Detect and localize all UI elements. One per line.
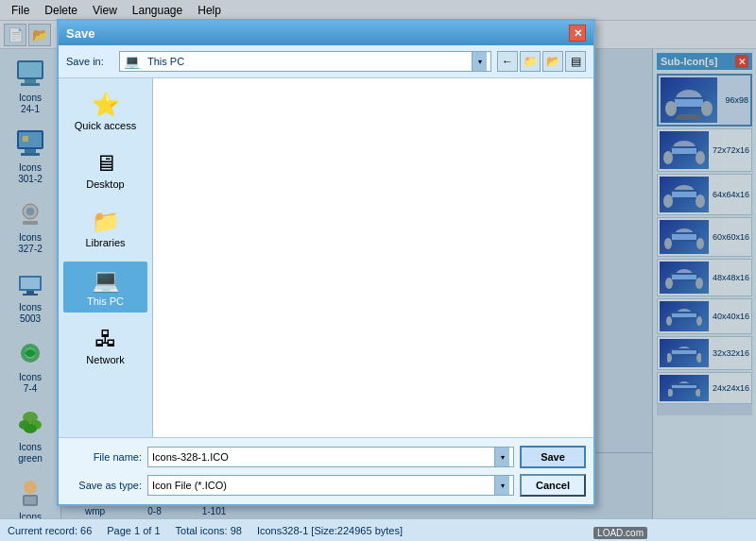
- dialog-overlay: Save ✕ Save in: 💻 This PC ▾ ← 📁 📂 ▤: [0, 0, 756, 541]
- filetype-arrow[interactable]: ▾: [494, 476, 509, 495]
- watermark: LOAD.com: [593, 527, 647, 539]
- nav-network-label: Network: [86, 354, 124, 365]
- this-pc-icon: 💻: [92, 267, 120, 294]
- save-button[interactable]: Save: [520, 446, 586, 468]
- dialog-body: ⭐ Quick access 🖥 Desktop 📁 Libraries 💻 T…: [59, 78, 593, 437]
- filename-arrow[interactable]: ▾: [494, 448, 509, 466]
- savein-location: This PC: [147, 56, 468, 67]
- savein-toolbar-btns: ← 📁 📂 ▤: [497, 51, 586, 72]
- dialog-content: [153, 78, 593, 437]
- savein-bar: Save in: 💻 This PC ▾ ← 📁 📂 ▤: [59, 45, 593, 78]
- nav-libraries[interactable]: 📁 Libraries: [63, 203, 147, 254]
- filetype-label: Save as type:: [66, 480, 142, 491]
- dialog-title: Save: [66, 26, 94, 41]
- current-record: Current record: 66: [8, 525, 92, 536]
- save-dialog: Save ✕ Save in: 💻 This PC ▾ ← 📁 📂 ▤: [57, 19, 595, 506]
- filename-row: File name: Icons-328-1.ICO ▾ Save: [66, 446, 586, 468]
- filetype-value: Icon File (*.ICO): [152, 480, 227, 491]
- dialog-titlebar: Save ✕: [59, 21, 593, 45]
- new-folder-button[interactable]: 📂: [542, 51, 563, 72]
- cancel-button[interactable]: Cancel: [520, 474, 586, 497]
- nav-network[interactable]: 🖧 Network: [63, 320, 147, 371]
- statusbar: Current record: 66 Page 1 of 1 Total ico…: [0, 518, 756, 541]
- view-button[interactable]: ▤: [565, 51, 586, 72]
- filename-value: Icons-328-1.ICO: [152, 451, 229, 463]
- savein-dropdown[interactable]: 💻 This PC ▾: [119, 51, 491, 72]
- filetype-input[interactable]: Icon File (*.ICO) ▾: [147, 475, 514, 496]
- nav-desktop[interactable]: 🖥 Desktop: [63, 144, 147, 195]
- network-icon: 🖧: [94, 326, 117, 352]
- up-button[interactable]: 📁: [520, 51, 541, 72]
- nav-quick-access[interactable]: ⭐ Quick access: [63, 86, 147, 137]
- computer-icon: 💻: [124, 54, 140, 69]
- quick-access-icon: ⭐: [92, 92, 120, 118]
- savein-dropdown-arrow[interactable]: ▾: [472, 52, 487, 71]
- libraries-icon: 📁: [92, 209, 120, 235]
- filename-input[interactable]: Icons-328-1.ICO ▾: [147, 447, 514, 467]
- nav-this-pc[interactable]: 💻 This PC: [63, 262, 147, 313]
- nav-desktop-label: Desktop: [86, 178, 124, 190]
- desktop-icon: 🖥: [94, 150, 117, 177]
- savein-label: Save in:: [66, 56, 113, 67]
- dialog-nav: ⭐ Quick access 🖥 Desktop 📁 Libraries 💻 T…: [59, 78, 153, 437]
- nav-libraries-label: Libraries: [85, 237, 125, 248]
- page-info: Page 1 of 1: [107, 525, 160, 536]
- nav-quick-access-label: Quick access: [75, 120, 136, 131]
- filetype-row: Save as type: Icon File (*.ICO) ▾ Cancel: [66, 474, 586, 497]
- nav-this-pc-label: This PC: [87, 296, 124, 307]
- dialog-close-button[interactable]: ✕: [569, 25, 586, 42]
- file-info: Icons328-1 [Size:224965 bytes]: [257, 525, 403, 536]
- filename-label: File name:: [66, 451, 142, 463]
- back-button[interactable]: ←: [497, 51, 518, 72]
- total-icons: Total icons: 98: [176, 525, 242, 536]
- dialog-footer: File name: Icons-328-1.ICO ▾ Save Save a…: [59, 437, 593, 504]
